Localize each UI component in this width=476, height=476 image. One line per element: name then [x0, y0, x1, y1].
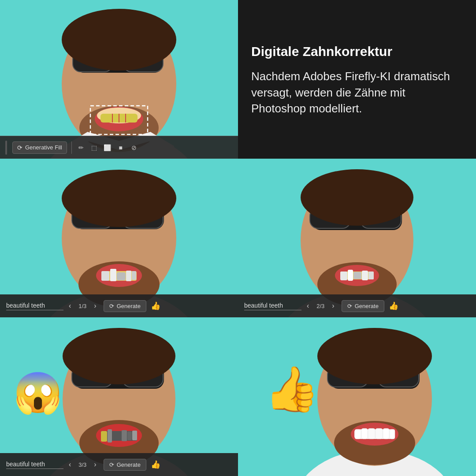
generate-button-mr[interactable]: ⟳ Generate [342, 300, 384, 312]
generate-label-ml: Generate [117, 303, 141, 309]
svg-rect-62 [127, 431, 132, 440]
main-grid: ⟳ Generative Fill ✏ ⬚ ⬜ ■ ⊘ Digitale Zah… [0, 0, 476, 476]
select-add-icon[interactable]: ⬜ [103, 143, 112, 152]
svg-point-81 [317, 328, 432, 384]
shock-emoji: 😱 [13, 373, 63, 413]
svg-rect-77 [368, 428, 375, 439]
svg-point-14 [62, 9, 176, 71]
svg-rect-26 [101, 271, 109, 281]
prev-arrow-ml[interactable]: ‹ [66, 300, 74, 312]
thumbs-up-emoji: 👍 [264, 367, 320, 411]
panel-description: Nachdem Adobes Firefly-KI dramatisch ver… [251, 68, 463, 116]
generative-fill-button[interactable]: ⟳ Generative Fill [12, 141, 67, 154]
thumbs-up-ml[interactable]: 👍 [151, 301, 160, 311]
next-arrow-ml[interactable]: › [91, 300, 99, 312]
generate-label-bl: Generate [117, 461, 141, 468]
prompt-input-bl[interactable] [6, 461, 63, 469]
cell-middle-left: ‹ 1/3 › ⟳ Generate 👍 [0, 159, 238, 317]
prev-arrow-bl[interactable]: ‹ [66, 459, 74, 470]
generate-bar-bl: ‹ 3/3 › ⟳ Generate 👍 [0, 453, 238, 476]
cell-bottom-right: 👍 [238, 317, 476, 476]
text-panel: Digitale Zahnkorrektur Nachdem Adobes Fi… [238, 0, 476, 159]
generate-icon-ml: ⟳ [109, 303, 114, 309]
generate-icon-mr: ⟳ [347, 303, 352, 309]
svg-rect-78 [376, 428, 383, 439]
gen-fill-label: Generative Fill [25, 144, 62, 151]
brush-icon[interactable]: ✏ [76, 143, 86, 152]
svg-rect-80 [390, 429, 395, 439]
prompt-input-mr[interactable] [244, 302, 301, 310]
page-count-mr: 2/3 [314, 303, 327, 309]
page-count-ml: 1/3 [76, 303, 89, 309]
generate-icon-bl: ⟳ [109, 461, 114, 468]
svg-rect-30 [132, 271, 136, 280]
svg-point-31 [62, 170, 176, 227]
cell-top-left: ⟳ Generative Fill ✏ ⬚ ⬜ ■ ⊘ [0, 0, 238, 159]
cell-top-right: Digitale Zahnkorrektur Nachdem Adobes Fi… [238, 0, 476, 159]
svg-rect-46 [368, 271, 374, 279]
svg-rect-59 [108, 429, 112, 443]
svg-rect-28 [117, 272, 126, 280]
svg-rect-44 [353, 272, 361, 279]
svg-rect-27 [110, 269, 116, 281]
next-arrow-mr[interactable]: › [329, 300, 337, 312]
toolbar-divider-left [5, 141, 7, 155]
prompt-input-ml[interactable] [6, 302, 63, 310]
svg-rect-43 [348, 270, 353, 281]
svg-point-64 [63, 328, 175, 384]
gen-fill-icon: ⟳ [17, 144, 22, 151]
thumbs-up-mr[interactable]: 👍 [389, 301, 398, 311]
next-arrow-bl[interactable]: › [91, 459, 99, 470]
prev-arrow-mr[interactable]: ‹ [304, 300, 312, 312]
generate-button-bl[interactable]: ⟳ Generate [104, 459, 146, 471]
generate-bar-ml: ‹ 1/3 › ⟳ Generate 👍 [0, 294, 238, 317]
svg-point-47 [301, 169, 413, 226]
generate-bar-mr: ‹ 2/3 › ⟳ Generate 👍 [238, 294, 476, 317]
fill-icon[interactable]: ■ [116, 143, 126, 152]
svg-rect-79 [383, 428, 389, 439]
page-count-bl: 3/3 [76, 461, 89, 468]
svg-rect-63 [132, 431, 137, 440]
photoshop-toolbar: ⟳ Generative Fill ✏ ⬚ ⬜ ■ ⊘ [0, 136, 238, 159]
svg-rect-61 [122, 430, 127, 441]
panel-title: Digitale Zahnkorrektur [251, 44, 463, 60]
cell-middle-right: ‹ 2/3 › ⟳ Generate 👍 [238, 159, 476, 317]
toolbar-separator [71, 141, 72, 154]
svg-rect-58 [101, 431, 107, 442]
svg-rect-42 [340, 271, 347, 280]
face-photo-tl [0, 0, 238, 159]
thumbs-up-bl[interactable]: 👍 [151, 460, 160, 469]
cancel-icon[interactable]: ⊘ [129, 143, 139, 152]
svg-rect-45 [362, 271, 368, 280]
generate-label-mr: Generate [355, 303, 379, 309]
svg-rect-60 [112, 432, 121, 440]
svg-rect-76 [361, 428, 368, 439]
svg-rect-75 [355, 429, 361, 439]
select-icon[interactable]: ⬚ [89, 143, 99, 152]
cell-bottom-left: 😱 ‹ 3/3 › ⟳ Generate 👍 [0, 317, 238, 476]
face-photo-ml [0, 159, 238, 317]
svg-rect-29 [126, 271, 131, 281]
face-photo-mr [238, 159, 476, 317]
generate-button-ml[interactable]: ⟳ Generate [104, 300, 146, 312]
